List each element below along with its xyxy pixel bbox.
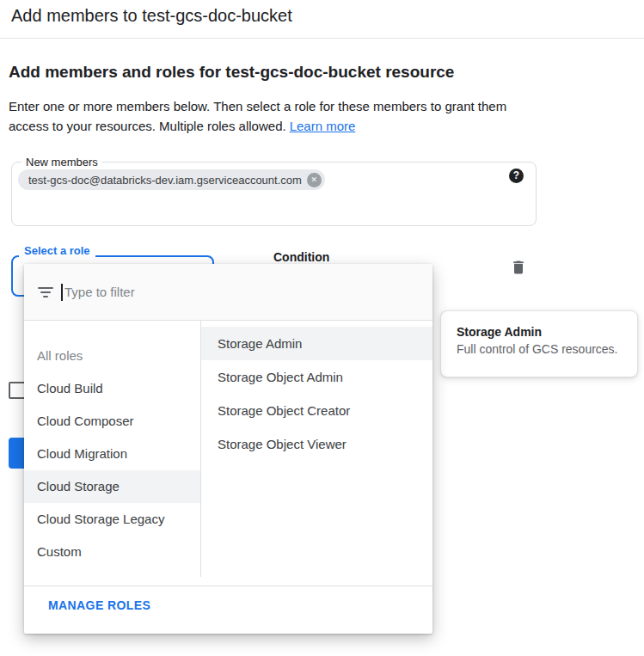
category-cloud-build[interactable]: Cloud Build <box>24 372 200 405</box>
category-cloud-composer[interactable]: Cloud Composer <box>24 405 200 438</box>
category-custom[interactable]: Custom <box>24 536 200 568</box>
category-cloud-storage-legacy[interactable]: Cloud Storage Legacy <box>24 503 200 536</box>
condition-label: Condition <box>273 250 329 264</box>
member-chip: test-gcs-doc@databricks-dev.iam.gservice… <box>18 169 325 190</box>
new-members-field[interactable]: test-gcs-doc@databricks-dev.iam.gservice… <box>11 162 537 226</box>
category-cloud-migration[interactable]: Cloud Migration <box>24 438 200 470</box>
role-select-label: Select a role <box>19 243 95 258</box>
section-description: Enter one or more members below. Then se… <box>9 96 563 136</box>
learn-more-link[interactable]: Learn more <box>290 119 356 133</box>
trash-icon <box>510 259 527 279</box>
description-line-1: Enter one or more members below. Then se… <box>9 96 563 116</box>
role-category-list: All roles Cloud Build Cloud Composer Clo… <box>24 321 200 568</box>
manage-roles-button[interactable]: MANAGE ROLES <box>48 598 150 612</box>
new-members-label: New members <box>21 156 102 169</box>
help-icon[interactable]: ? <box>509 169 524 183</box>
category-all-roles[interactable]: All roles <box>24 340 200 372</box>
description-line-2: access to your resources. Multiple roles… <box>9 119 286 133</box>
role-storage-object-viewer[interactable]: Storage Object Viewer <box>201 427 432 461</box>
role-filter-input[interactable] <box>64 264 322 320</box>
add-members-dialog: Add members to test-gcs-doc-bucket Add m… <box>0 0 644 656</box>
role-tooltip: Storage Admin Full control of GCS resour… <box>440 310 638 377</box>
section-heading: Add members and roles for test-gcs-doc-b… <box>9 63 454 82</box>
member-chip-value: test-gcs-doc@databricks-dev.iam.gservice… <box>28 174 302 187</box>
close-circle-icon[interactable]: ✕ <box>307 173 322 187</box>
role-tooltip-title: Storage Admin <box>457 325 622 339</box>
role-tooltip-description: Full control of GCS resources. <box>457 342 622 356</box>
category-cloud-storage[interactable]: Cloud Storage <box>24 470 200 503</box>
header-divider <box>0 38 644 39</box>
role-storage-object-creator[interactable]: Storage Object Creator <box>201 394 432 427</box>
text-cursor <box>61 284 63 301</box>
footer-divider <box>24 585 432 586</box>
role-list: Storage Admin Storage Object Admin Stora… <box>201 321 432 461</box>
condition-checkbox[interactable] <box>9 382 26 399</box>
delete-role-button[interactable] <box>508 259 529 279</box>
role-filter-bar <box>24 264 432 321</box>
role-storage-admin[interactable]: Storage Admin <box>201 327 432 360</box>
role-picker-dropdown: All roles Cloud Build Cloud Composer Clo… <box>24 264 432 634</box>
role-storage-object-admin[interactable]: Storage Object Admin <box>201 360 432 394</box>
filter-list-icon <box>37 285 54 299</box>
page-title: Add members to test-gcs-doc-bucket <box>11 6 292 26</box>
